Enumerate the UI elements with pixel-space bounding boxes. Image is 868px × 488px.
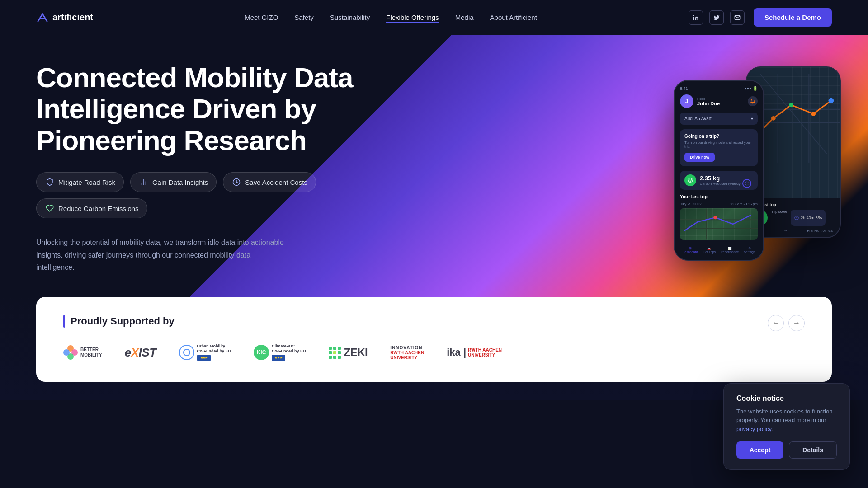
zeki-grid-icon — [329, 347, 341, 359]
carbon-value: 2.35 kg — [700, 175, 742, 182]
nav-flexible[interactable]: Flexible Offerings — [386, 14, 439, 23]
urban-inner-icon — [183, 349, 190, 356]
svg-point-13 — [828, 98, 834, 103]
eu-stars-icon: ★★★ — [197, 355, 211, 361]
privacy-policy-link[interactable]: privacy policy — [736, 426, 771, 432]
logo-exist: eXIST — [125, 341, 156, 364]
feature-badges: Mitigate Road Risk Gain Data Insights — [36, 172, 389, 218]
carbon-circle — [684, 174, 696, 186]
brand-logo[interactable]: artificient — [36, 11, 93, 24]
email-icon[interactable] — [730, 10, 745, 25]
rwth-aachen-text: RWTH AACHENUNIVERSITY — [390, 350, 424, 360]
phone-trip-card: Going on a trip? Turn on our driving mod… — [680, 129, 758, 166]
bm-text: BETTERMOBILITY — [80, 347, 102, 358]
svg-point-12 — [811, 112, 816, 116]
logo-urban-mobility: Urban MobilityCo-Funded by EU ★★★ — [179, 341, 231, 364]
phone-trip-meta: July 29, 2022 9:30am - 1:37pm — [680, 202, 758, 206]
supported-title: Proudly Supported by — [63, 315, 805, 328]
nav-sustainability[interactable]: Sustainability — [330, 14, 370, 21]
phone-last-trip-label: Your last trip — [680, 194, 758, 199]
supported-title-text: Proudly Supported by — [71, 315, 175, 327]
phone-nav-bar: ⊞Dashboard 🚗Get Trips 📊Performance ⚙Sett… — [680, 243, 758, 253]
svg-point-0 — [693, 15, 694, 16]
brand-name: artificient — [52, 12, 93, 23]
next-arrow-button[interactable]: → — [788, 315, 805, 331]
climate-text: Climate-KICCo-Funded by EU — [272, 344, 306, 354]
ika-rwth-text: RWTH AACHENUNIVERSITY — [468, 347, 502, 357]
duration-value: 2h 40m 35s — [801, 216, 822, 220]
carbon-info: 2.35 kg Carbon Reduced (weekly) — [700, 175, 742, 186]
nav-meet-gizo[interactable]: Meet GIZO — [245, 14, 278, 21]
phone-front: 8:41 ●●● 🔋 J Hello, John Doe Audi A6 Ava… — [674, 80, 764, 261]
phone-greeting: Hello, — [697, 97, 720, 101]
notification-icon[interactable] — [748, 96, 758, 106]
nav-about[interactable]: About Artificient — [490, 14, 537, 21]
phone-time: 8:41 — [680, 86, 688, 91]
badge-label: Gain Data Insights — [152, 178, 208, 186]
chevron-down-icon: ▾ — [751, 116, 753, 121]
logo-better-mobility: BETTERMOBILITY — [63, 341, 102, 364]
shield-icon — [45, 177, 55, 187]
navbar: artificient Meet GIZO Safety Sustainabil… — [0, 0, 868, 35]
phone-car-select[interactable]: Audi A6 Avant ▾ — [680, 113, 758, 125]
climate-circle-icon: KIC — [254, 345, 269, 360]
badge-reduce-carbon[interactable]: Reduce Carbon Emissions — [36, 198, 147, 218]
logo-ika-rwth: ika | RWTH AACHENUNIVERSITY — [447, 341, 502, 364]
cookie-notice: Cookie notice The website uses cookies t… — [723, 383, 850, 470]
route-to: Frankfurt on Main — [807, 229, 835, 233]
phone-nav-home[interactable]: ⊞Dashboard — [682, 247, 698, 253]
cookie-title: Cookie notice — [736, 394, 837, 403]
nav-media[interactable]: Media — [455, 14, 474, 21]
innovation-text: INNOVATION — [390, 345, 424, 350]
chart-icon — [139, 177, 149, 187]
badge-mitigate-road-risk[interactable]: Mitigate Road Risk — [36, 172, 124, 192]
svg-point-18 — [713, 216, 717, 219]
title-bar-accent — [63, 315, 65, 328]
svg-point-11 — [789, 103, 793, 107]
trip-date: July 29, 2022 — [680, 202, 702, 206]
save-icon — [231, 177, 241, 187]
leaf-icon — [45, 203, 55, 213]
svg-line-9 — [760, 74, 826, 154]
linkedin-icon[interactable] — [689, 10, 703, 25]
trip-duration: 2h 40m 35s — [791, 210, 826, 226]
nav-right: Schedule a Demo — [689, 8, 832, 27]
phone-nav-performance[interactable]: 📊Performance — [721, 247, 739, 253]
trip-score-label: Trip score — [771, 210, 787, 226]
route-arrow: → — [783, 229, 787, 233]
urban-circle-icon — [179, 345, 194, 360]
trip-time-range: 9:30am - 1:37pm — [731, 202, 758, 206]
hero-title: Connected Mobility Data Intelligence Dri… — [36, 62, 389, 156]
badge-label: Save Accident Costs — [245, 178, 307, 186]
urban-text: Urban MobilityCo-Funded by EU — [197, 344, 231, 354]
ika-text: ika | — [447, 347, 466, 358]
twitter-icon[interactable] — [709, 10, 724, 25]
exist-text: eXIST — [125, 346, 156, 360]
cookie-buttons: Accept Details — [736, 441, 837, 459]
drive-now-button[interactable]: Drive now — [684, 153, 715, 162]
carbon-label: Carbon Reduced (weekly) — [700, 182, 742, 186]
cookie-text: The website uses cookies to function pro… — [736, 407, 837, 434]
badge-save-accident-costs[interactable]: Save Accident Costs — [223, 172, 316, 192]
hero-section: Connected Mobility Data Intelligence Dri… — [0, 35, 868, 297]
phone-avatar: J — [680, 94, 693, 108]
badge-gain-data-insights[interactable]: Gain Data Insights — [130, 172, 217, 192]
bm-flower-icon — [63, 345, 78, 360]
eu-stars-climate: ★★★ — [272, 355, 285, 361]
cookie-accept-button[interactable]: Accept — [736, 441, 783, 459]
schedule-demo-button[interactable]: Schedule a Demo — [754, 8, 832, 27]
phone-nav-settings[interactable]: ⚙Settings — [744, 247, 755, 253]
map-thumb-svg — [680, 208, 758, 240]
phone-nav-trips[interactable]: 🚗Get Trips — [703, 247, 716, 253]
phone-status-bar: 8:41 ●●● 🔋 — [680, 86, 758, 91]
car-name: Audi A6 Avant — [684, 116, 712, 121]
svg-point-10 — [771, 116, 776, 121]
nav-safety[interactable]: Safety — [294, 14, 314, 21]
logo-zeki: ZEKI — [329, 341, 368, 364]
trip-prompt: Going on a trip? — [684, 134, 753, 139]
hero-description: Unlocking the potential of mobility data… — [36, 236, 289, 273]
cookie-details-button[interactable]: Details — [789, 441, 837, 459]
zeki-text: ZEKI — [344, 346, 368, 359]
supported-nav: ← → — [768, 315, 805, 331]
prev-arrow-button[interactable]: ← — [768, 315, 784, 331]
